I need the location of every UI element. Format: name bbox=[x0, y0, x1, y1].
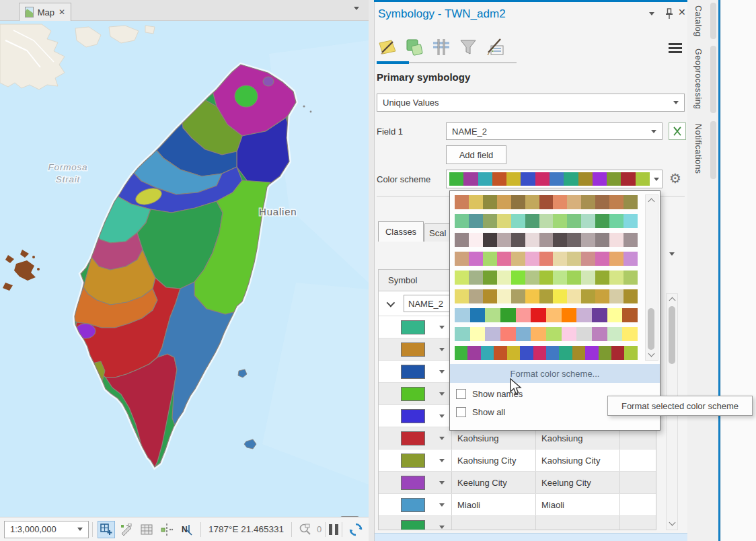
selected-color-scheme-strip bbox=[449, 172, 650, 186]
show-all-checkbox-row[interactable]: Show all bbox=[456, 407, 505, 417]
color-scheme-option[interactable] bbox=[455, 308, 638, 322]
swatch-caret-icon[interactable] bbox=[439, 481, 445, 484]
color-scheme-combobox[interactable] bbox=[446, 170, 663, 188]
color-scheme-option[interactable] bbox=[455, 214, 638, 228]
pin-icon[interactable] bbox=[665, 8, 674, 20]
class-row[interactable]: Kaohsiung CityKaohsiung City bbox=[379, 449, 656, 472]
refresh-icon[interactable] bbox=[347, 521, 365, 538]
scrollbar-thumb[interactable] bbox=[669, 306, 675, 364]
symbol-swatch[interactable] bbox=[401, 476, 425, 490]
masking-icon[interactable] bbox=[457, 36, 479, 58]
color-cell bbox=[564, 172, 578, 186]
close-map-tab-icon[interactable]: ✕ bbox=[59, 7, 65, 17]
menu-icon[interactable] bbox=[669, 43, 682, 53]
zoom-selection-icon[interactable] bbox=[297, 521, 314, 538]
class-value-cell[interactable]: Keelung City bbox=[535, 472, 619, 493]
swatch-caret-icon[interactable] bbox=[439, 326, 445, 329]
more-options-button[interactable] bbox=[665, 248, 679, 260]
scroll-up-icon[interactable] bbox=[669, 297, 676, 304]
color-scheme-option[interactable] bbox=[455, 195, 638, 209]
dock-tab-geoprocessing[interactable]: Geoprocessing bbox=[687, 46, 718, 113]
panel-menu-caret-icon[interactable] bbox=[649, 12, 654, 15]
dock-tab-catalog[interactable]: Catalog bbox=[687, 3, 718, 39]
format-color-scheme-button[interactable]: Format color scheme... bbox=[450, 364, 660, 383]
symbol-swatch[interactable] bbox=[401, 320, 425, 334]
advanced-symbology-icon[interactable] bbox=[484, 36, 506, 58]
map-pane: Map ✕ FormosaStraitHualien 1:3,000,000 bbox=[0, 0, 369, 541]
class-label-cell[interactable] bbox=[451, 516, 535, 530]
color-cell bbox=[497, 252, 511, 266]
field1-value: NAME_2 bbox=[452, 127, 487, 137]
add-field-button[interactable]: Add field bbox=[446, 145, 506, 164]
class-row[interactable]: MiaoliMiaoli bbox=[379, 494, 656, 516]
swatch-caret-icon[interactable] bbox=[439, 437, 445, 440]
group-field-value[interactable]: NAME_2 bbox=[404, 295, 451, 312]
table-grid-icon[interactable] bbox=[138, 521, 155, 538]
scrollbar-thumb[interactable] bbox=[648, 308, 654, 350]
color-cell bbox=[483, 252, 497, 266]
class-value-cell[interactable]: Kaohsiung City bbox=[535, 449, 619, 471]
set-expression-button[interactable] bbox=[669, 122, 686, 140]
primary-symbology-icon[interactable] bbox=[377, 36, 398, 58]
class-label-cell[interactable]: Miaoli bbox=[451, 494, 535, 515]
symbol-swatch[interactable] bbox=[401, 454, 425, 468]
close-panel-icon[interactable]: ✕ bbox=[678, 7, 686, 17]
color-scheme-option[interactable] bbox=[455, 252, 638, 266]
symbol-swatch[interactable] bbox=[401, 365, 425, 379]
class-value-cell[interactable]: Miaoli bbox=[535, 494, 619, 515]
north-arrow-icon[interactable]: N bbox=[178, 521, 196, 538]
coordinates-readout[interactable]: 1787°E 21.465331 bbox=[209, 524, 284, 534]
tab-classes[interactable]: Classes bbox=[378, 221, 424, 242]
popup-scrollbar[interactable] bbox=[645, 194, 658, 361]
gear-icon[interactable]: ⚙ bbox=[669, 172, 681, 185]
class-row[interactable]: Keelung CityKeelung City bbox=[379, 472, 656, 494]
class-value-cell[interactable] bbox=[535, 516, 619, 530]
swatch-caret-icon[interactable] bbox=[439, 459, 445, 462]
color-scheme-option[interactable] bbox=[455, 233, 638, 247]
color-scheme-option[interactable] bbox=[455, 270, 638, 285]
symbol-swatch[interactable] bbox=[401, 342, 425, 357]
color-cell bbox=[469, 195, 483, 209]
pan-select-icon[interactable] bbox=[98, 521, 115, 538]
pause-icon[interactable] bbox=[329, 524, 338, 535]
class-label-cell[interactable]: Keelung City bbox=[451, 472, 535, 493]
tab-list-caret-icon[interactable] bbox=[354, 7, 359, 10]
swatch-caret-icon[interactable] bbox=[439, 348, 445, 351]
collapse-chevron-icon[interactable] bbox=[387, 298, 395, 307]
color-scheme-option[interactable] bbox=[455, 346, 638, 360]
show-all-checkbox[interactable] bbox=[456, 407, 466, 417]
color-cell bbox=[567, 270, 581, 285]
swatch-caret-icon[interactable] bbox=[439, 414, 445, 418]
symbol-swatch[interactable] bbox=[401, 498, 425, 512]
table-horizontal-scrollbar[interactable] bbox=[375, 533, 687, 541]
scroll-up-icon[interactable] bbox=[648, 199, 655, 205]
swatch-caret-icon[interactable] bbox=[439, 370, 445, 373]
symbol-swatch[interactable] bbox=[401, 387, 425, 401]
swatch-caret-icon[interactable] bbox=[439, 526, 445, 529]
scroll-down-icon[interactable] bbox=[669, 519, 676, 526]
symbol-swatch[interactable] bbox=[401, 431, 425, 445]
scroll-down-icon[interactable] bbox=[648, 351, 655, 357]
scale-combobox[interactable]: 1:3,000,000 bbox=[4, 521, 89, 538]
symbol-swatch[interactable] bbox=[401, 409, 425, 423]
color-scheme-option[interactable] bbox=[455, 289, 638, 303]
swatch-caret-icon[interactable] bbox=[439, 503, 445, 507]
color-cell bbox=[607, 308, 623, 322]
class-label-cell[interactable]: Kaohsiung City bbox=[451, 449, 535, 471]
sketch-snap-icon[interactable] bbox=[118, 521, 135, 538]
section-line-icon[interactable] bbox=[158, 521, 176, 538]
class-row[interactable] bbox=[379, 516, 656, 530]
vary-symbology-icon[interactable] bbox=[404, 36, 425, 58]
symbol-layer-drawing-icon[interactable] bbox=[430, 36, 452, 58]
color-scheme-option[interactable] bbox=[455, 327, 638, 341]
swatch-caret-icon[interactable] bbox=[439, 392, 445, 396]
symbology-type-combobox[interactable]: Unique Values bbox=[377, 94, 685, 112]
color-cell bbox=[469, 289, 483, 303]
dock-tab-notifications[interactable]: Notifications bbox=[687, 121, 718, 179]
show-names-checkbox[interactable] bbox=[456, 389, 466, 399]
map-view-tab[interactable]: Map ✕ bbox=[19, 3, 71, 21]
field1-combobox[interactable]: NAME_2 bbox=[446, 122, 663, 140]
tab-scales[interactable]: Scal bbox=[424, 223, 451, 242]
symbol-swatch[interactable] bbox=[401, 520, 425, 531]
map-canvas[interactable]: FormosaStraitHualien bbox=[0, 21, 369, 517]
